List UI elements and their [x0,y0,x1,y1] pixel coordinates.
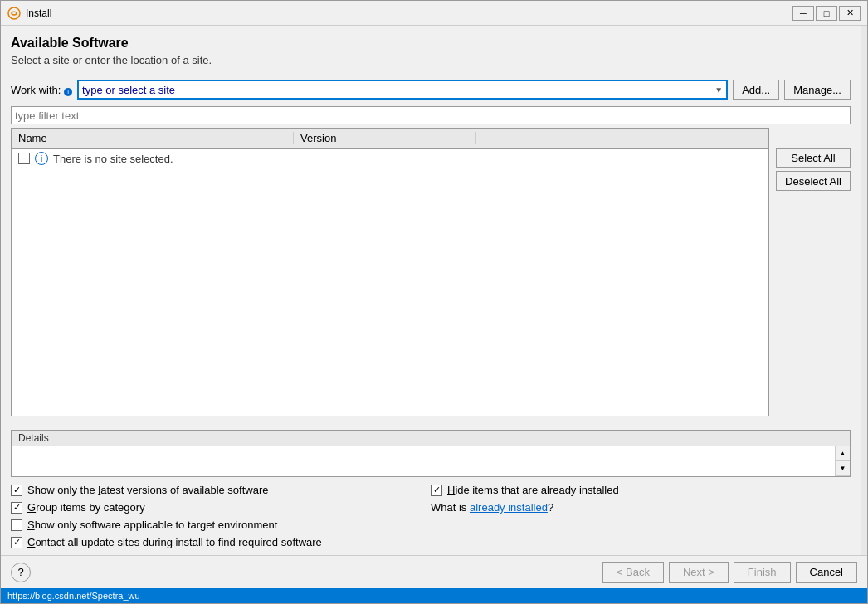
bottom-bar: ? < Back Next > Finish Cancel [1,555,867,588]
opt2-checkbox[interactable] [11,502,22,514]
filter-input[interactable] [11,106,851,124]
opt3-checkbox[interactable] [11,519,22,531]
option-target-env: Show only software applicable to target … [11,519,431,531]
install-dialog: Install ─ □ ✕ Available Software Select … [0,0,868,604]
finish-button[interactable]: Finish [734,562,791,583]
cancel-button[interactable]: Cancel [796,562,857,583]
svg-point-0 [8,7,20,19]
spinner-up-button[interactable]: ▲ [836,446,850,461]
details-content: ▲ ▼ [12,446,850,476]
opt5-label: Hide items that are already installed [447,484,619,496]
options-section: Show only the latest versions of availab… [11,484,851,548]
manage-button[interactable]: Manage... [784,80,851,100]
row-info-icon: i [35,152,48,165]
table-area: Name Version i There is no site selected… [11,128,851,423]
title-bar-controls: ─ □ ✕ [792,6,861,21]
table-body: i There is no site selected. [12,149,768,416]
maximize-button[interactable]: □ [816,6,837,21]
dropdown-arrow-icon: ▼ [714,85,723,95]
no-site-message: There is no site selected. [53,153,173,165]
opt3-label: Show only software applicable to target … [27,519,277,531]
details-spinner: ▲ ▼ [835,446,850,476]
software-table: Name Version i There is no site selected… [11,128,769,416]
table-header: Name Version [12,129,768,149]
opt4-label: Contact all update sites during install … [27,536,322,548]
deselect-all-button[interactable]: Deselect All [776,171,851,191]
title-bar: Install ─ □ ✕ [1,1,867,26]
row-checkbox[interactable] [18,153,30,164]
next-button[interactable]: Next > [669,562,729,583]
opt6-label: What is already installed? [431,501,553,514]
opt1-checkbox[interactable] [11,485,22,496]
bottom-right: < Back Next > Finish Cancel [602,562,857,583]
spinner-down-button[interactable]: ▼ [836,461,850,476]
column-version: Version [294,132,476,144]
page-title: Available Software [11,36,851,51]
opt2-label: Group items by category [27,501,145,514]
column-name: Name [12,132,294,144]
info-indicator: i [64,88,72,96]
options-right: Hide items that are already installed Wh… [431,484,851,548]
details-section: Details ▲ ▼ [11,430,851,477]
details-header: Details [12,431,850,446]
page-subtitle: Select a site or enter the location of a… [11,54,851,66]
add-button[interactable]: Add... [733,80,779,100]
table-side-buttons: Select All Deselect All [776,128,851,423]
app-icon [7,7,21,20]
table-row: i There is no site selected. [12,149,768,168]
already-installed-link[interactable]: already installed [470,501,548,514]
work-with-label: Work with: i [11,84,72,96]
option-group-by-category: Group items by category [11,501,431,514]
title-bar-left: Install [7,7,51,20]
option-what-is-installed: What is already installed? [431,501,851,514]
dropdown-selected-text: type or select a site [82,84,175,96]
back-button[interactable]: < Back [602,562,664,583]
work-with-row: Work with: i type or select a site ▼ Add… [11,80,851,100]
opt5-checkbox[interactable] [431,485,442,496]
option-latest-versions: Show only the latest versions of availab… [11,484,431,496]
site-dropdown[interactable]: type or select a site ▼ [77,80,728,100]
opt1-label: Show only the latest versions of availab… [27,484,269,496]
bottom-left: ? [11,563,31,582]
status-url: https://blog.csdn.net/Spectra_wu [7,591,140,601]
option-hide-installed: Hide items that are already installed [431,484,851,496]
opt4-checkbox[interactable] [11,537,22,548]
window-title: Install [26,7,51,19]
close-button[interactable]: ✕ [839,6,861,21]
options-left: Show only the latest versions of availab… [11,484,431,548]
option-contact-sites: Contact all update sites during install … [11,536,431,548]
status-bar: https://blog.csdn.net/Spectra_wu [1,588,867,603]
select-all-button[interactable]: Select All [776,148,851,168]
minimize-button[interactable]: ─ [792,6,814,21]
right-scrollbar-area [861,26,867,555]
filter-row [11,106,851,124]
help-button[interactable]: ? [11,563,31,582]
